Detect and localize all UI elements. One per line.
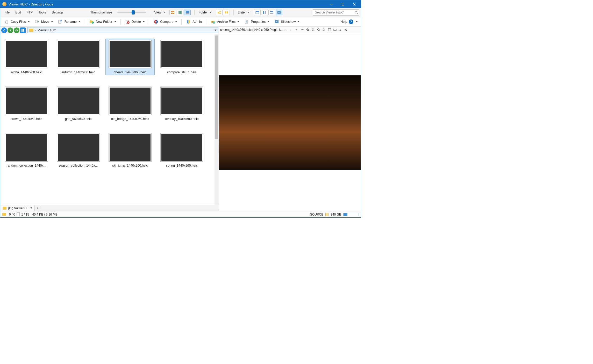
preview-close-button[interactable]: ✕ (344, 27, 348, 32)
file-thumbnail[interactable]: crowd_1440x960.heic (2, 85, 51, 122)
nav-up-button[interactable] (14, 27, 19, 33)
svg-rect-54 (23, 29, 24, 32)
file-thumbnail[interactable]: old_bridge_1440x960.heic (105, 85, 155, 122)
folder-icon (2, 213, 6, 216)
lock-icon (325, 213, 328, 216)
admin-button[interactable]: Admin (184, 18, 204, 25)
file-thumbnail[interactable]: spring_1440x960.heic (157, 132, 206, 168)
minimize-button[interactable] (326, 0, 337, 8)
compare-icon (153, 19, 159, 24)
app-window: Viewer HEIC - Directory Opus File Edit F… (0, 0, 361, 218)
preview-fullscreen-button[interactable] (327, 27, 332, 32)
svg-text:+: + (307, 29, 308, 30)
help-button[interactable]: Help? (340, 19, 359, 24)
status-source: SOURCE (310, 213, 323, 216)
thumbnail-caption: crowd_1440x960.heic (11, 117, 42, 121)
svg-rect-65 (328, 28, 331, 31)
preview-fit-button[interactable] (333, 27, 337, 32)
folder-tab[interactable]: (C:) Viewer HEIC (0, 205, 35, 211)
nav-back-button[interactable] (1, 27, 7, 33)
folder-dual-button[interactable] (223, 10, 230, 15)
add-tab-button[interactable]: + (35, 205, 40, 211)
thumbnail-caption: old_bridge_1440x960.heic (111, 117, 149, 121)
file-thumbnail[interactable]: overlay_1000x680.heic (157, 85, 206, 122)
file-thumbnail[interactable]: autumn_1440x960.heic (54, 39, 103, 75)
menu-file[interactable]: File (2, 10, 12, 15)
lister-dual-horiz-button[interactable] (261, 10, 268, 15)
lister-single-button[interactable] (254, 10, 261, 15)
lister-dual-vert-button[interactable] (268, 10, 275, 15)
nav-panes-button[interactable] (20, 27, 26, 33)
menu-edit[interactable]: Edit (13, 10, 24, 15)
thumbnail-caption: grid_960x640.heic (65, 117, 91, 121)
rename-button[interactable]: Rename (56, 18, 83, 25)
help-icon: ? (349, 19, 353, 24)
preview-zoom-fit-button[interactable] (316, 27, 321, 32)
preview-prev-button[interactable]: ← (284, 27, 288, 32)
menu-ftp[interactable]: FTP (24, 10, 35, 15)
svg-line-64 (325, 30, 325, 31)
path-dropdown[interactable] (215, 30, 217, 31)
svg-rect-34 (90, 20, 91, 21)
view-dropdown[interactable]: View (152, 10, 167, 15)
lister-viewer-button[interactable] (276, 10, 282, 15)
preview-zoom-out-button[interactable]: − (311, 27, 316, 32)
search-input[interactable] (315, 11, 354, 14)
preview-zoom-in-button[interactable]: + (305, 27, 310, 32)
thumbnail-image (5, 133, 48, 162)
slideshow-button[interactable]: Slideshow (272, 18, 302, 25)
nav-forward-button[interactable] (8, 27, 13, 33)
lister-dropdown[interactable]: Lister (236, 10, 252, 15)
svg-rect-11 (186, 11, 189, 13)
move-button[interactable]: Move (32, 18, 55, 25)
view-large-icons-button[interactable] (169, 10, 176, 15)
preview-title: cheers_1440x960.heic (1440 x 960 Plugin … (220, 28, 283, 32)
folder-tree-button[interactable] (216, 10, 223, 15)
scrollbar[interactable] (215, 34, 219, 205)
preview-zoom-actual-button[interactable] (322, 27, 326, 32)
delete-button[interactable]: Delete (123, 18, 147, 25)
svg-rect-12 (186, 13, 189, 14)
view-details-button[interactable] (177, 10, 183, 15)
new-folder-button[interactable]: +New Folder (87, 18, 118, 25)
preview-rotate-right-button[interactable]: ↷ (300, 27, 305, 32)
search-icon[interactable] (354, 10, 358, 15)
menu-tools[interactable]: Tools (36, 10, 48, 15)
view-thumbnails-button[interactable] (184, 10, 191, 15)
archive-button[interactable]: Archive Files (208, 18, 242, 25)
caret-icon (248, 12, 250, 13)
menubar: File Edit FTP Tools Settings Thumbnail s… (0, 8, 361, 17)
file-thumbnail[interactable]: alpha_1440x960.heic (2, 39, 51, 75)
preview-menu-button[interactable]: ≡ (338, 27, 343, 32)
thumbnail-size-slider[interactable] (117, 12, 146, 13)
svg-line-62 (319, 30, 320, 31)
svg-rect-15 (219, 13, 221, 14)
copy-files-button[interactable]: Copy Files (2, 18, 32, 25)
compare-button[interactable]: Compare (151, 18, 179, 25)
path-bar[interactable]: › Viewer HEIC (27, 27, 218, 33)
preview-rotate-left-button[interactable]: ↶ (295, 27, 299, 32)
search-box[interactable] (313, 9, 359, 16)
close-button[interactable] (348, 0, 360, 8)
path-segment[interactable]: Viewer HEIC (38, 28, 56, 32)
file-thumbnail[interactable]: season_collection_1440x... (54, 132, 103, 168)
thumbnail-image (57, 40, 100, 68)
preview-image-area[interactable] (219, 34, 361, 211)
svg-point-26 (355, 11, 357, 13)
folder-dropdown[interactable]: Folder (197, 10, 214, 15)
disk-usage-bar (343, 213, 359, 216)
svg-line-59 (314, 30, 315, 31)
file-thumbnail[interactable]: grid_960x640.heic (54, 85, 103, 122)
svg-rect-7 (173, 13, 174, 14)
svg-rect-21 (265, 11, 266, 14)
svg-rect-9 (178, 12, 182, 13)
preview-next-button[interactable]: → (289, 27, 294, 32)
svg-rect-29 (6, 21, 8, 23)
file-thumbnail[interactable]: random_collection_1440x... (2, 132, 51, 168)
maximize-button[interactable] (337, 0, 348, 8)
menu-settings[interactable]: Settings (49, 10, 66, 15)
properties-button[interactable]: Properties (242, 18, 272, 25)
file-thumbnail[interactable]: ski_jump_1440x960.heic (105, 132, 155, 168)
file-thumbnail[interactable]: compare_still_1.heic (157, 39, 206, 75)
file-thumbnail[interactable]: cheers_1440x960.heic (105, 39, 155, 75)
